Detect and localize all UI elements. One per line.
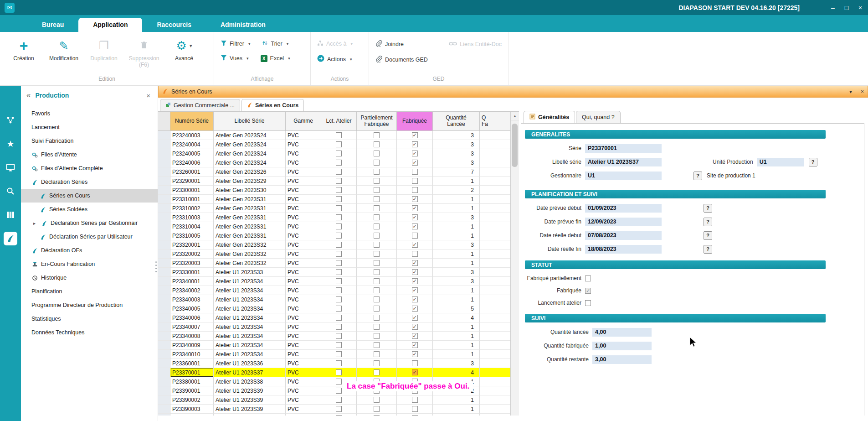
cell-numero-serie[interactable]: P23380001 [170, 377, 214, 386]
row-selector[interactable] [158, 322, 170, 332]
partiellement-fabriquee-checkbox[interactable] [374, 169, 380, 175]
col-numero-serie[interactable]: Numéro Série [170, 112, 214, 131]
cell-lct-atelier[interactable] [321, 322, 357, 332]
lct-atelier-checkbox[interactable] [336, 160, 342, 166]
lct-atelier-checkbox[interactable] [336, 287, 342, 293]
sidebar-item-d-claration-s-ries-par-utilisateur[interactable]: Déclaration Séries par Utilisateur [21, 230, 158, 244]
partiellement-fabriquee-checkbox[interactable] [374, 306, 380, 312]
cell-partiellement-fabriquee[interactable] [357, 405, 397, 414]
cell-libelle-serie[interactable]: Atelier U1 2023S39 [214, 395, 286, 405]
fabriquee-checkbox[interactable]: ✓ [412, 333, 418, 339]
cell-numero-serie[interactable]: P23340008 [170, 332, 214, 341]
cell-fabriquee[interactable] [397, 167, 433, 177]
help-button[interactable]: ? [809, 158, 817, 166]
cell-libelle-serie[interactable]: Atelier U1 2023S34 [214, 286, 286, 295]
row-selector[interactable] [158, 149, 170, 158]
cell-gamme[interactable]: PVC [286, 377, 321, 386]
maximize-icon[interactable]: □ [843, 4, 850, 11]
table-row[interactable]: P23240005Atelier Gen 2023S24PVC✓3 [158, 149, 510, 158]
cell-fabriquee[interactable]: ✓ [397, 322, 433, 332]
cell-numero-serie[interactable]: P23340003 [170, 295, 214, 304]
lct-atelier-checkbox[interactable] [336, 223, 342, 229]
fabriquee-checkbox[interactable]: ✓ [412, 315, 418, 321]
cell-quantite-lancee[interactable]: 1 [433, 177, 480, 186]
cell-lct-atelier[interactable] [321, 286, 357, 295]
cell-libelle-serie[interactable]: Atelier U1 2023S34 [214, 332, 286, 341]
cell-lct-atelier[interactable] [321, 222, 357, 231]
partiellement-fabriquee-checkbox[interactable] [374, 178, 380, 184]
table-row[interactable]: P23340005Atelier U1 2023S34PVC✓5 [158, 304, 510, 313]
row-selector[interactable] [158, 158, 170, 167]
cell-partiellement-fabriquee[interactable] [357, 368, 397, 377]
cell-quantite-lancee[interactable]: 3 [433, 359, 480, 368]
cell-lct-atelier[interactable] [321, 277, 357, 286]
table-row[interactable]: P23310001Atelier Gen 2023S31PVC✓1 [158, 195, 510, 204]
cell-libelle-serie[interactable]: Atelier U1 2023S36 [214, 359, 286, 368]
cell-lct-atelier[interactable] [321, 341, 357, 350]
table-row[interactable]: P23340003Atelier U1 2023S34PVC✓1 [158, 295, 510, 304]
lct-atelier-checkbox[interactable] [336, 251, 342, 257]
cell-quantite-lancee[interactable]: 3 [433, 149, 480, 158]
table-row[interactable]: P23310002Atelier Gen 2023S31PVC✓1 [158, 204, 510, 213]
partiellement-fabriquee-checkbox[interactable] [374, 160, 380, 166]
cell-partiellement-fabriquee[interactable] [357, 249, 397, 259]
cell-partiellement-fabriquee[interactable] [357, 268, 397, 277]
cell-partiellement-fabriquee[interactable] [357, 177, 397, 186]
cell-fabriquee[interactable] [397, 395, 433, 405]
cell-fabriquee[interactable]: ✓ [397, 140, 433, 149]
fabriquee-checkbox[interactable]: ✓ [412, 132, 418, 138]
cell-lct-atelier[interactable] [321, 186, 357, 195]
suivi-field[interactable]: 3,00 [592, 355, 652, 364]
row-selector[interactable] [158, 368, 170, 377]
row-selector[interactable] [158, 295, 170, 304]
cell-quantite-lancee[interactable]: 1 [433, 350, 480, 359]
partiellement-fabriquee-checkbox[interactable] [374, 233, 380, 239]
partiellement-fabriquee-checkbox[interactable] [374, 415, 380, 416]
table-row[interactable]: P23240006Atelier Gen 2023S24PVC✓3 [158, 158, 510, 167]
cell-libelle-serie[interactable]: Atelier Gen 2023S32 [214, 240, 286, 249]
cell-gamme[interactable]: PVC [286, 277, 321, 286]
cell-gamme[interactable]: PVC [286, 231, 321, 240]
cell-quantite-lancee[interactable]: 3 [433, 268, 480, 277]
row-selector[interactable] [158, 186, 170, 195]
row-selector[interactable] [158, 350, 170, 359]
cell-numero-serie[interactable]: P23320001 [170, 240, 214, 249]
partiellement-fabriquee-checkbox[interactable] [374, 315, 380, 321]
table-row[interactable]: P23320001Atelier Gen 2023S32PVC✓3 [158, 240, 510, 249]
lct-atelier-checkbox[interactable] [336, 196, 342, 202]
sidebar-item-statistiques[interactable]: Statistiques [21, 312, 158, 326]
cell-numero-serie[interactable]: P23320002 [170, 249, 214, 259]
fabriquee-checkbox[interactable]: ✓ [412, 296, 418, 302]
cell-partiellement-fabriquee[interactable] [357, 186, 397, 195]
cell-partiellement-fabriquee[interactable] [357, 149, 397, 158]
cell-gamme[interactable]: PVC [286, 295, 321, 304]
row-selector[interactable] [158, 131, 170, 140]
cell-gamme[interactable]: PVC [286, 350, 321, 359]
partiellement-fabriquee-checkbox[interactable] [374, 351, 380, 357]
cell-partiellement-fabriquee[interactable] [357, 131, 397, 140]
cell-quantite-lancee[interactable]: 1 [433, 286, 480, 295]
cell-libelle-serie[interactable]: Atelier U1 2023S38 [214, 377, 286, 386]
fabriquee-checkbox[interactable] [412, 251, 418, 257]
cell-gamme[interactable]: PVC [286, 395, 321, 405]
fabriquee-checkbox[interactable]: ✓ [412, 324, 418, 330]
table-row[interactable]: P23370001Atelier U1 2023S37PVC✓4 [158, 368, 510, 377]
cell-numero-serie[interactable]: P23310003 [170, 213, 214, 222]
cell-fabriquee[interactable]: ✓ [397, 158, 433, 167]
statut-checkbox[interactable]: ✓ [585, 288, 591, 294]
statut-checkbox[interactable] [585, 300, 591, 306]
cell-numero-serie[interactable]: P23340010 [170, 350, 214, 359]
cell-lct-atelier[interactable] [321, 268, 357, 277]
cell-partiellement-fabriquee[interactable] [357, 204, 397, 213]
excel-button[interactable]: X Excel▾ [261, 55, 290, 62]
col-libelle-serie[interactable]: Libellé Série [214, 112, 286, 131]
cell-gamme[interactable]: PVC [286, 177, 321, 186]
cell-fabriquee[interactable]: ✓ [397, 259, 433, 268]
cell-lct-atelier[interactable] [321, 368, 357, 377]
cell-gamme[interactable]: PVC [286, 368, 321, 377]
cell-partiellement-fabriquee[interactable] [357, 140, 397, 149]
col-lct-atelier[interactable]: Lct. Atelier [321, 112, 357, 131]
cell-gamme[interactable]: PVC [286, 158, 321, 167]
cell-quantite-lancee[interactable]: 3 [433, 140, 480, 149]
cell-gamme[interactable]: PVC [286, 167, 321, 177]
